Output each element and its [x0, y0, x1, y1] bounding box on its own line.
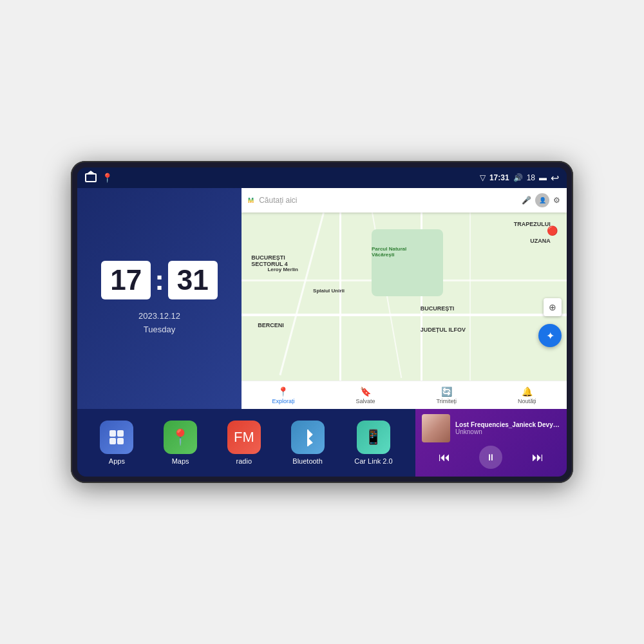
back-icon[interactable]: ↩	[551, 172, 559, 184]
next-icon: ⏭	[532, 451, 544, 464]
map-pin-icon[interactable]: 📍	[102, 173, 113, 183]
maps-label: Maps	[172, 457, 189, 465]
clock-hour: 17	[101, 261, 151, 299]
mic-icon[interactable]: 🎤	[522, 196, 531, 205]
road-horizontal-1	[242, 314, 567, 316]
signal-icon: ▽	[480, 173, 486, 182]
app-apps[interactable]: Apps	[100, 421, 133, 465]
svg-rect-1	[117, 430, 124, 437]
status-left: 📍	[85, 173, 113, 183]
music-artist: Unknown	[455, 428, 560, 435]
svg-rect-0	[109, 430, 116, 437]
battery-icon: ▬	[539, 173, 547, 182]
music-widget: Lost Frequencies_Janieck Devy-... Unknow…	[415, 409, 567, 477]
locate-button[interactable]: ⊕	[544, 298, 562, 316]
settings-icon[interactable]: ⚙	[553, 196, 560, 205]
label-leroy: Leroy Merlin	[267, 267, 298, 272]
next-button[interactable]: ⏭	[527, 447, 548, 468]
label-bucuresti: BUCUREȘTI	[421, 305, 455, 312]
map-nav-explore[interactable]: 📍 Explorați	[272, 386, 294, 404]
app-radio[interactable]: FM radio	[227, 421, 261, 465]
label-splai: Splaiul Unirii	[313, 288, 345, 294]
prev-button[interactable]: ⏮	[434, 447, 455, 468]
clock-date: 2023.12.12 Tuesday	[138, 310, 180, 337]
prev-icon: ⏮	[439, 451, 450, 464]
maps-icon: 📍	[164, 421, 197, 454]
news-label: Noutăți	[518, 398, 536, 404]
map-nav-send[interactable]: 🔄 Trimiteți	[436, 386, 457, 404]
saved-icon: 🔖	[360, 386, 371, 397]
clock-colon: :	[155, 266, 164, 294]
map-nav-bottom: 📍 Explorați 🔖 Salvate 🔄 Trimiteți �	[242, 381, 567, 409]
map-search-icons: 🎤 👤 ⚙	[522, 193, 560, 207]
map-search-input[interactable]: Căutați aici	[259, 196, 516, 205]
park-area	[372, 229, 443, 296]
album-image	[422, 414, 450, 442]
map-area[interactable]: BERCENI BUCUREȘTI JUDEȚUL ILFOV TRAPEZUL…	[242, 213, 567, 381]
explore-label: Explorați	[272, 398, 294, 404]
bluetooth-label: Bluetooth	[292, 457, 322, 465]
clock-widget: 17 : 31 2023.12.12 Tuesday	[77, 188, 242, 409]
send-label: Trimiteți	[436, 398, 457, 404]
explore-icon: 📍	[278, 386, 289, 397]
apps-section: Apps 📍 Maps FM radio	[77, 409, 415, 477]
status-time: 17:31	[489, 173, 509, 182]
label-judet: JUDEȚUL ILFOV	[421, 327, 466, 333]
label-berceni: BERCENI	[258, 322, 284, 328]
compass-icon: ✦	[546, 330, 554, 342]
music-text: Lost Frequencies_Janieck Devy-... Unknow…	[455, 421, 560, 435]
apps-label: Apps	[109, 457, 125, 465]
music-title: Lost Frequencies_Janieck Devy-...	[455, 421, 560, 428]
news-icon: 🔔	[522, 386, 533, 397]
home-icon[interactable]	[85, 173, 97, 182]
apps-icon	[100, 421, 133, 454]
app-carlink[interactable]: 📱 Car Link 2.0	[354, 421, 392, 465]
map-nav-saved[interactable]: 🔖 Salvate	[355, 386, 375, 404]
status-bar: 📍 ▽ 17:31 🔊 18 ▬ ↩	[77, 167, 567, 188]
google-maps-logo: M	[248, 196, 254, 204]
play-icon: ⏸	[486, 452, 495, 462]
red-location-marker: 🔴	[547, 225, 558, 236]
radio-label: radio	[236, 457, 252, 465]
carlink-icon: 📱	[357, 421, 390, 454]
saved-label: Salvate	[355, 398, 375, 404]
label-trapezului: TRAPEZULUI	[514, 221, 551, 227]
play-pause-button[interactable]: ⏸	[479, 446, 502, 469]
music-controls: ⏮ ⏸ ⏭	[422, 443, 560, 471]
device-screen: 📍 ▽ 17:31 🔊 18 ▬ ↩ 17 : 31	[77, 167, 567, 477]
radio-icon: FM	[227, 421, 261, 454]
status-right: ▽ 17:31 🔊 18 ▬ ↩	[480, 172, 559, 184]
app-bluetooth[interactable]: Bluetooth	[291, 421, 325, 465]
navigate-button[interactable]: ✦	[538, 324, 562, 347]
bluetooth-icon	[291, 421, 325, 454]
device-frame: 📍 ▽ 17:31 🔊 18 ▬ ↩ 17 : 31	[71, 161, 573, 483]
carlink-label: Car Link 2.0	[354, 457, 392, 465]
album-art	[422, 414, 450, 442]
svg-rect-2	[109, 438, 116, 444]
label-uzana: UZANA	[530, 238, 551, 244]
volume-icon: 🔊	[513, 173, 523, 182]
svg-rect-3	[117, 438, 124, 444]
map-nav-news[interactable]: 🔔 Noutăți	[518, 386, 536, 404]
day-value: Tuesday	[138, 323, 180, 337]
music-info: Lost Frequencies_Janieck Devy-... Unknow…	[422, 414, 560, 442]
clock-display: 17 : 31	[101, 261, 218, 299]
road-vertical-3	[469, 213, 471, 381]
map-widget: M Căutați aici 🎤 👤 ⚙	[242, 188, 567, 409]
label-sector4: BUCUREȘTISECTORUL 4	[251, 254, 288, 267]
road-vertical-1	[339, 213, 341, 381]
bottom-row: Apps 📍 Maps FM radio	[77, 409, 567, 477]
battery-level: 18	[527, 173, 535, 182]
label-parcul: Parcul NaturalVăcărești	[372, 246, 406, 258]
main-content: 17 : 31 2023.12.12 Tuesday M Căutați aic…	[77, 188, 567, 477]
clock-minute: 31	[168, 261, 218, 299]
app-maps[interactable]: 📍 Maps	[164, 421, 197, 465]
user-avatar[interactable]: 👤	[535, 193, 549, 207]
top-row: 17 : 31 2023.12.12 Tuesday M Căutați aic…	[77, 188, 567, 409]
send-icon: 🔄	[441, 386, 452, 397]
map-search-bar: M Căutați aici 🎤 👤 ⚙	[242, 188, 567, 213]
date-value: 2023.12.12	[138, 310, 180, 323]
